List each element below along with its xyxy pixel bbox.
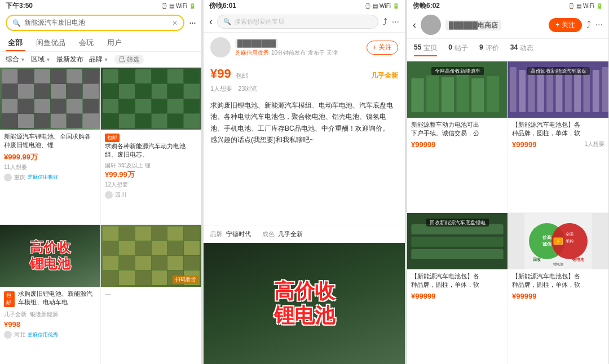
search-bar: 🔍 新能源汽车废旧电池 ✕ ··· <box>0 11 201 34</box>
chevron-down-icon: ▼ <box>46 57 51 63</box>
free-ship-label: 包邮 <box>236 72 248 80</box>
seller-avatar[interactable] <box>210 37 231 57</box>
svg-rect-17 <box>593 70 599 112</box>
activity-count-label: 动态 <box>520 43 533 56</box>
tab-play[interactable]: 会玩 <box>77 34 96 51</box>
store-stat-posts[interactable]: 0 帖子 <box>448 43 468 56</box>
want-count: 1人想要 <box>210 85 232 93</box>
svg-text:回收: 回收 <box>533 258 541 262</box>
detail-header: ‹ 🔍 搜索你想要的宝贝 ⤴ ··· <box>204 11 405 33</box>
store-product-card[interactable]: 价高 诚信 全国 采购 ⚡ 回收 锂电池 锂电池 【新能源汽车电池包】各 种品牌… <box>508 213 608 364</box>
avatar <box>4 174 12 181</box>
product-card[interactable]: 新能源汽车锂电池、全国求购各种废旧锂电池、锂 ¥999.99万 11人想要 重庆… <box>0 68 100 224</box>
product-attr: 国轩 3年及以上 锂 <box>105 162 197 170</box>
product-card[interactable]: 扫码看货 — <box>101 225 201 365</box>
store-product-image: 回收新能源汽车底盘锂电 <box>407 213 508 269</box>
wifi-icon: WiFi <box>176 3 187 9</box>
store-stats: 55 宝贝 0 帖子 9 评价 34 动态 <box>407 39 608 61</box>
wifi-icon: WiFi <box>379 3 391 9</box>
back-button[interactable]: ‹ <box>413 19 416 31</box>
follow-button[interactable]: + 关注 <box>367 41 398 55</box>
product-filter-meta: 包邮 <box>105 134 197 142</box>
detail-search-box[interactable]: 🔍 搜索你想要的宝贝 <box>217 15 378 29</box>
tab-users[interactable]: 用户 <box>105 34 124 51</box>
product-count-label: 宝贝 <box>423 43 437 53</box>
store-card-price: ¥99999 <box>411 140 504 149</box>
back-button[interactable]: ‹ <box>209 16 213 28</box>
post-time: 10分钟前发布 <box>271 49 306 57</box>
view-count: 23浏览 <box>238 85 257 93</box>
follow-store-button[interactable]: + 关注 <box>549 18 581 32</box>
svg-text:锂电池: 锂电池 <box>572 257 585 261</box>
svg-rect-1 <box>411 78 423 112</box>
product-image: 高价收锂电池 <box>0 225 100 287</box>
filter-region[interactable]: 区域 ▼ <box>31 55 51 64</box>
brand-attr: 品牌 宁德时代 <box>210 230 251 238</box>
svg-rect-21 <box>411 237 503 247</box>
img-label: 回收新能源汽车底盘锂电 <box>426 219 489 227</box>
product-image <box>0 68 100 130</box>
store-card-title: 新能源整车动力电池可出 下户手续。诚信交易，公 <box>411 121 504 138</box>
product-big-image: 高价收锂电池 <box>204 243 405 365</box>
filter-comprehensive[interactable]: 综合 ▼ <box>6 55 25 64</box>
filter-active-tag[interactable]: 已 筛选 <box>114 55 144 64</box>
store-card-title: 【新能源汽车电池包】各 种品牌，圆柱，单体，软 <box>411 272 504 290</box>
status-time-2: 傍晚6:01 <box>209 1 236 11</box>
filter-row: 综合 ▼ 区域 ▼ 最新发布 品牌 ▼ 已 筛选 <box>0 52 201 68</box>
tab-premium[interactable]: 闲鱼优品 <box>34 34 68 51</box>
share-button[interactable]: ⤴ <box>383 17 387 27</box>
more-button[interactable]: ··· <box>392 17 399 27</box>
panel-product-detail: 傍晚6:01 ⌚ ▤ WiFi 🔋 ‹ 🔍 搜索你想要的宝贝 ⤴ ··· ███… <box>204 0 405 364</box>
status-bar-2: 傍晚6:01 ⌚ ▤ WiFi 🔋 <box>204 0 405 11</box>
clear-search-button[interactable]: ✕ <box>172 19 178 27</box>
price-row: ¥99 包邮 几乎全新 <box>204 62 405 83</box>
brand-value: 宁德时代 <box>226 230 251 238</box>
more-icon[interactable]: ··· <box>595 20 603 30</box>
promo-overlay-text: 高价收锂电池 <box>30 239 70 272</box>
store-product-image: 全网高价收新能源车 <box>407 61 508 118</box>
product-card[interactable]: 包邮 求购各种新能源汽车动力电池组、废旧电芯。 国轩 3年及以上 锂 ¥99.9… <box>101 68 201 224</box>
filter-brand[interactable]: 品牌 ▼ <box>89 55 109 64</box>
product-price: ¥99.99万 <box>105 170 197 180</box>
svg-rect-3 <box>442 77 454 112</box>
store-card-info: 【新能源汽车电池包】各 种品牌，圆柱，单体，软 ¥99999 1人想要 <box>508 118 608 152</box>
stats-row: 1人想要 23浏览 <box>204 83 405 96</box>
svg-text:采购: 采购 <box>566 239 573 243</box>
more-options-button[interactable]: ··· <box>189 17 196 29</box>
product-card[interactable]: 高价收锂电池 包邮 求购废旧锂电池、新能源汽车模组、电动车电 几乎全新 银隆新能… <box>0 225 100 365</box>
product-title: — <box>105 290 197 298</box>
post-count-label: 帖子 <box>454 43 468 56</box>
store-product-image: 高价回收新能源汽车底盘 <box>508 61 608 118</box>
store-card-info: 新能源整车动力电池可出 下户手续。诚信交易，公 ¥99999 <box>407 118 508 152</box>
svg-text:⚡: ⚡ <box>555 238 561 244</box>
store-product-card[interactable]: 高价回收新能源汽车底盘 【新能源汽车电池包】各 种品牌，圆柱，单体，软 ¥999… <box>508 61 608 212</box>
seller-row: ████████ 芝麻信用优秀 10分钟前发布 发布于 天津 + 关注 <box>204 33 405 62</box>
tab-all[interactable]: 全部 <box>6 34 25 51</box>
seller-name: ████████ <box>235 39 278 48</box>
product-user: 河北 芝麻信用优秀 <box>4 331 96 339</box>
chevron-down-icon: ▼ <box>104 57 109 63</box>
store-stat-activity[interactable]: 34 动态 <box>510 43 533 56</box>
post-count: 0 <box>448 43 452 56</box>
share-icon[interactable]: ⤴ <box>586 20 591 30</box>
store-avatar[interactable] <box>421 15 441 35</box>
svg-text:全国: 全国 <box>566 232 573 236</box>
store-name-box: ██████电商店 <box>445 20 544 30</box>
product-grid: 新能源汽车锂电池、全国求购各种废旧锂电池、锂 ¥999.99万 11人想要 重庆… <box>0 68 201 364</box>
signal-icon: ▤ <box>373 3 378 9</box>
store-stat-products[interactable]: 55 宝贝 <box>414 43 437 56</box>
search-input-box[interactable]: 🔍 新能源汽车废旧电池 ✕ <box>6 15 184 31</box>
battery-icon: 🔋 <box>392 3 399 9</box>
store-card-title: 【新能源汽车电池包】各 种品牌，圆柱，单体，软 <box>512 272 604 290</box>
user-location: 四川 <box>115 191 126 199</box>
filter-latest[interactable]: 最新发布 <box>56 55 83 64</box>
store-product-grid: 全网高价收新能源车 <box>407 61 608 364</box>
product-user: 四川 <box>105 191 197 199</box>
store-stat-reviews[interactable]: 9 评价 <box>479 43 499 56</box>
product-price: ¥99 <box>210 66 231 81</box>
store-product-card[interactable]: 全网高价收新能源车 <box>407 61 508 212</box>
store-product-card[interactable]: 回收新能源汽车底盘锂电 【新能源汽车电池包】各 种品牌，圆柱，单体，软 ¥999… <box>407 213 508 364</box>
store-card-info: 【新能源汽车电池包】各 种品牌，圆柱，单体，软 ¥99999 <box>407 269 508 304</box>
store-card-price: ¥99999 <box>512 292 604 300</box>
user-credit-badge: 芝麻信用优秀 <box>28 331 58 339</box>
